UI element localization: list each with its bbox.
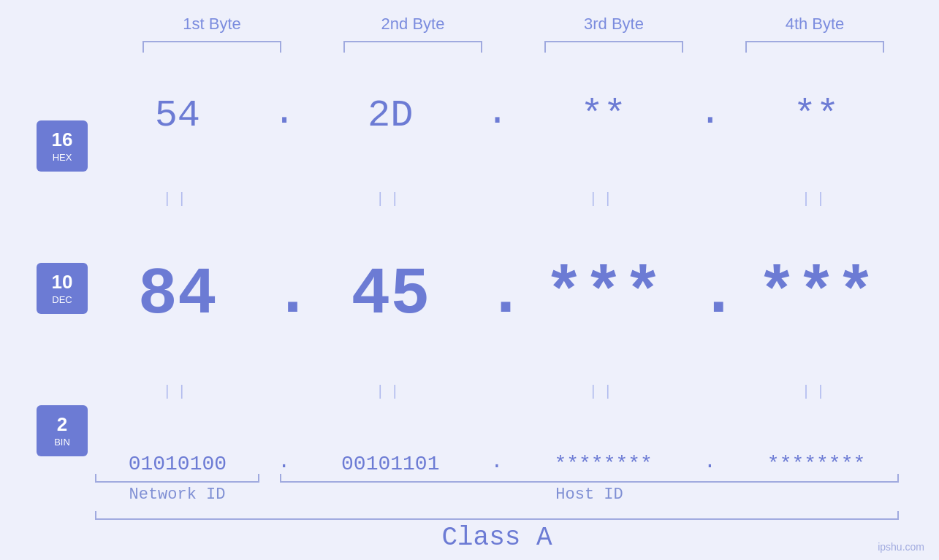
host-id-bracket <box>280 474 899 483</box>
dec-byte-4: *** <box>747 258 886 332</box>
dec-byte-2: 45 <box>321 258 460 332</box>
bin-byte-4: ******** <box>747 453 886 475</box>
eq-3: || <box>534 191 673 207</box>
network-id-label: Network ID <box>95 486 259 504</box>
byte-label-1: 1st Byte <box>139 15 285 34</box>
hex-byte-3: ** <box>534 94 673 137</box>
byte-headers: 1st Byte 2nd Byte 3rd Byte 4th Byte <box>112 15 916 34</box>
bracket-1 <box>142 41 281 53</box>
id-text-row: Network ID Host ID <box>95 486 899 504</box>
byte-label-4: 4th Byte <box>742 15 888 34</box>
hex-byte-4: ** <box>747 94 886 137</box>
eq-4: || <box>747 191 886 207</box>
bracket-4 <box>745 41 884 53</box>
dec-byte-1: 84 <box>108 258 247 332</box>
class-a-label: Class A <box>95 523 899 553</box>
class-bracket <box>95 511 899 520</box>
hex-dot-3: . <box>699 91 721 140</box>
bin-badge: 2 BIN <box>37 405 88 456</box>
eq-b2: || <box>321 383 460 400</box>
hex-badge: 16 HEX <box>37 120 88 172</box>
hex-dot-1: . <box>273 91 295 140</box>
hex-byte-1: 54 <box>108 94 247 137</box>
bin-byte-2: 00101101 <box>321 453 460 475</box>
bin-byte-1: 01010100 <box>108 453 247 475</box>
bracket-2 <box>343 41 482 53</box>
eq-2: || <box>321 191 460 207</box>
bin-byte-3: ******** <box>534 453 673 475</box>
hex-byte-2: 2D <box>321 94 460 137</box>
bottom-section: Network ID Host ID Class A <box>0 474 939 560</box>
header-brackets <box>112 41 916 53</box>
dec-badge: 10 DEC <box>37 263 88 314</box>
bracket-3 <box>544 41 683 53</box>
eq-b4: || <box>747 383 886 400</box>
dec-dot-2: . <box>486 257 508 333</box>
byte-label-2: 2nd Byte <box>340 15 486 34</box>
eq-1: || <box>108 191 247 207</box>
host-id-label: Host ID <box>280 486 899 504</box>
hex-row: 54 . 2D . ** . ** <box>95 91 899 140</box>
hex-dot-2: . <box>486 91 508 140</box>
network-id-bracket <box>95 474 259 483</box>
equals-dec-bin: || || || || <box>95 381 899 403</box>
watermark: ipshu.com <box>878 541 924 553</box>
id-brackets <box>95 474 899 483</box>
dec-row: 84 . 45 . *** . *** <box>95 257 899 333</box>
main-container: 1st Byte 2nd Byte 3rd Byte 4th Byte 16 H… <box>0 0 939 560</box>
equals-hex-dec: || || || || <box>95 188 899 210</box>
dec-byte-3: *** <box>534 258 673 332</box>
dec-dot-3: . <box>699 257 721 333</box>
dec-dot-1: . <box>273 257 295 333</box>
byte-label-3: 3rd Byte <box>541 15 687 34</box>
eq-b1: || <box>108 383 247 400</box>
eq-b3: || <box>534 383 673 400</box>
